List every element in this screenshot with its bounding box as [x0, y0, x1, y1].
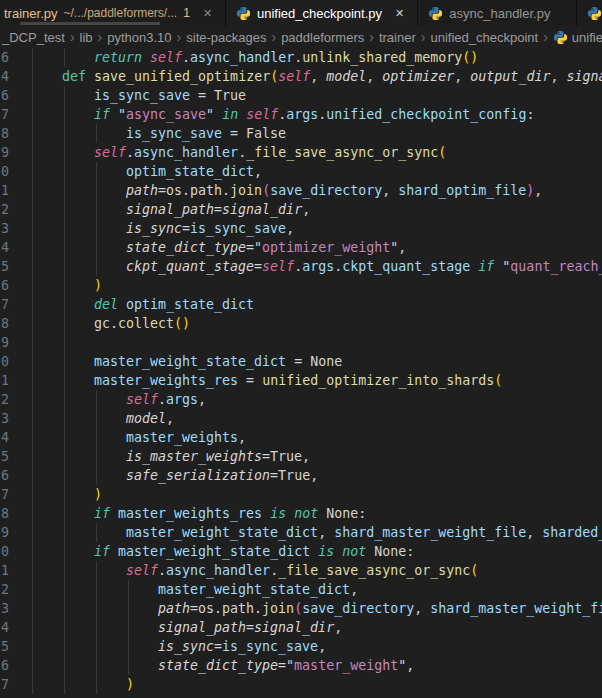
code-text: if master_weights_res is not None: — [94, 504, 366, 523]
indent-guide — [64, 124, 65, 143]
code-line[interactable]: 4master_weights, — [0, 428, 602, 447]
code-line[interactable]: 6) — [0, 276, 602, 295]
indent-guide — [32, 580, 33, 599]
code-line[interactable]: 4signal_path=signal_dir, — [0, 618, 602, 637]
code-line[interactable]: 7del optim_state_dict — [0, 295, 602, 314]
close-icon[interactable]: ✕ — [200, 6, 215, 21]
code-line[interactable]: 6return self.async_handler.unlink_shared… — [0, 48, 602, 67]
indent-guide — [32, 371, 33, 390]
chevron-right-icon: › — [177, 30, 182, 44]
code-line[interactable]: 3model, — [0, 409, 602, 428]
breadcrumb-item-site-packages[interactable]: site-packages — [186, 30, 266, 45]
indent-guide — [64, 618, 65, 637]
line-number: 7 — [1, 295, 9, 314]
code-line[interactable]: 7) — [0, 485, 602, 504]
close-icon[interactable]: ✕ — [392, 6, 407, 21]
breadcrumb-file-label: unified_checkpoint.py — [572, 30, 602, 45]
code-line[interactable]: 4state_dict_type="optimizer_weight", — [0, 238, 602, 257]
indent-guide — [64, 276, 65, 295]
breadcrumb-file[interactable]: unified_checkpoint.py — [553, 30, 602, 45]
code-line[interactable]: 7if "async_save" in self.args.unified_ch… — [0, 105, 602, 124]
code-line[interactable]: 0optim_state_dict, — [0, 162, 602, 181]
code-text: path=os.path.join(save_directory, shard_… — [126, 181, 542, 200]
python-icon — [587, 6, 602, 21]
code-line[interactable]: 9 — [0, 333, 602, 352]
code-line[interactable]: 3is_sync=is_sync_save, — [0, 219, 602, 238]
code-line[interactable]: 1self.async_handler._file_save_async_or_… — [0, 561, 602, 580]
line-number: 2 — [1, 580, 9, 599]
indent-guide — [32, 67, 33, 86]
indent-guide — [96, 618, 97, 637]
indent-guide — [64, 314, 65, 333]
breadcrumb-item-python3.10[interactable]: python3.10 — [107, 30, 171, 45]
code-line[interactable]: 8if master_weights_res is not None: — [0, 504, 602, 523]
breadcrumb-item-unified_checkpoint[interactable]: unified_checkpoint — [430, 30, 538, 45]
code-line[interactable]: 9master_weight_state_dict, shard_master_… — [0, 523, 602, 542]
indent-guide — [64, 428, 65, 447]
code-text: is_sync=is_sync_save, — [126, 219, 294, 238]
indent-guide — [32, 276, 33, 295]
code-line[interactable]: 2master_weight_state_dict, — [0, 580, 602, 599]
line-number: 6 — [1, 276, 9, 295]
code-text: master_weight_state_dict, shard_master_w… — [126, 523, 602, 542]
indent-guide — [32, 124, 33, 143]
chevron-right-icon: › — [369, 30, 374, 44]
tab-scrollbar[interactable] — [20, 22, 160, 25]
code-line[interactable]: 1master_weights_res = unified_optimizer_… — [0, 371, 602, 390]
breadcrumb-item-_DCP_test[interactable]: _DCP_test — [2, 30, 65, 45]
code-line[interactable]: 9self.async_handler._file_save_async_or_… — [0, 143, 602, 162]
indent-guide — [32, 618, 33, 637]
code-line[interactable]: 0if master_weight_state_dict is not None… — [0, 542, 602, 561]
line-number: 7 — [1, 105, 9, 124]
code-text: master_weight_state_dict = None — [94, 352, 342, 371]
indent-guide — [32, 466, 33, 485]
code-text: self.async_handler._file_save_async_or_s… — [94, 143, 446, 162]
tab-trainer.py[interactable]: trainer.py — [577, 0, 602, 26]
indent-guide — [32, 561, 33, 580]
code-text: model, — [126, 409, 174, 428]
breadcrumb-item-paddleformers[interactable]: paddleformers — [281, 30, 364, 45]
code-line[interactable]: 5is_sync=is_sync_save, — [0, 637, 602, 656]
code-line[interactable]: 7) — [0, 675, 602, 694]
tab-async_handler.py[interactable]: async_handler.py — [418, 0, 577, 26]
code-line[interactable]: 1path=os.path.join(save_directory, shard… — [0, 181, 602, 200]
indent-guide — [128, 599, 129, 618]
indent-guide — [96, 124, 97, 143]
tab-label: async_handler.py — [449, 6, 550, 21]
code-line[interactable]: 2signal_path=signal_dir, — [0, 200, 602, 219]
tab-unified_checkpoint.py[interactable]: unified_checkpoint.py✕ — [226, 0, 418, 26]
code-text: if "async_save" in self.args.unified_che… — [94, 105, 534, 124]
indent-guide — [32, 390, 33, 409]
code-text: if master_weight_state_dict is not None: — [94, 542, 414, 561]
breadcrumb-item-lib[interactable]: lib — [80, 30, 93, 45]
code-line[interactable]: 4def save_unified_optimizer(self, model,… — [0, 67, 602, 86]
code-line[interactable]: 0master_weight_state_dict = None — [0, 352, 602, 371]
breadcrumb-item-trainer[interactable]: trainer — [379, 30, 416, 45]
python-icon — [553, 30, 568, 45]
indent-guide — [96, 257, 97, 276]
code-line[interactable]: 5is_master_weights=True, — [0, 447, 602, 466]
code-line[interactable]: 3path=os.path.join(save_directory, shard… — [0, 599, 602, 618]
code-line[interactable]: 8gc.collect() — [0, 314, 602, 333]
code-line[interactable]: 8is_sync_save = False — [0, 124, 602, 143]
indent-guide — [32, 428, 33, 447]
tab-description: ~/.../paddleformers/... — [63, 6, 177, 20]
code-line[interactable]: 2self.args, — [0, 390, 602, 409]
code-line[interactable]: 6is_sync_save = True — [0, 86, 602, 105]
indent-guide — [128, 618, 129, 637]
indent-guide — [32, 162, 33, 181]
indent-guide — [96, 637, 97, 656]
code-text: master_weights, — [126, 428, 246, 447]
code-line[interactable]: 5ckpt_quant_stage=self.args.ckpt_quant_s… — [0, 257, 602, 276]
code-line[interactable]: 6safe_serialization=True, — [0, 466, 602, 485]
code-text: is_master_weights=True, — [126, 447, 310, 466]
indent-guide — [64, 86, 65, 105]
code-editor[interactable]: 6return self.async_handler.unlink_shared… — [0, 48, 602, 698]
line-number: 1 — [1, 371, 9, 390]
line-number: 2 — [1, 200, 9, 219]
indent-guide — [32, 181, 33, 200]
code-line[interactable]: 6state_dict_type="master_weight", — [0, 656, 602, 675]
code-text: is_sync_save = True — [94, 86, 246, 105]
indent-guide — [32, 295, 33, 314]
indent-guide — [64, 675, 65, 694]
